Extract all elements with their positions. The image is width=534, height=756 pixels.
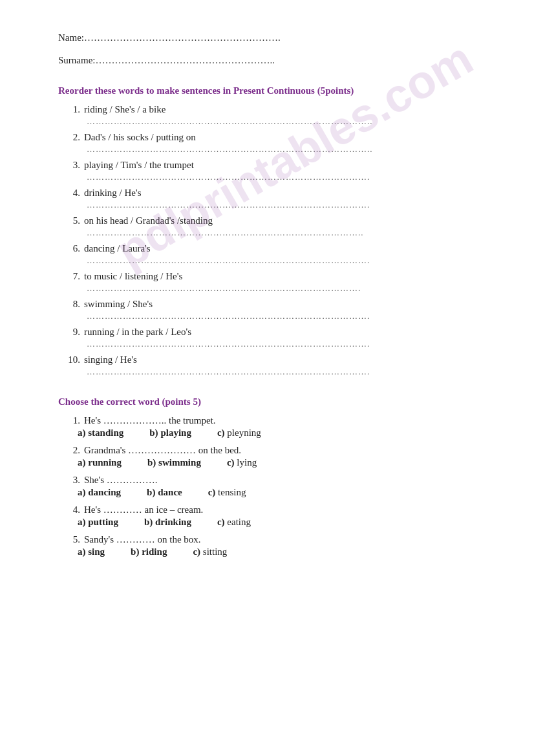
list-number: 7.	[65, 271, 80, 282]
answer-line: ………………………………………………………………………………….	[65, 255, 482, 266]
answer-line: ………………………………………………………………………………….	[65, 311, 482, 321]
list-item-text: playing / Tim's / the trumpet	[84, 160, 194, 171]
list-number: 4.	[65, 188, 80, 199]
answer-options-row: a) puttingb) drinkingc) eating	[65, 517, 482, 528]
answer-line: ……………………………………………………………………………….	[65, 283, 482, 294]
q-text: He's ………… an ice – cream.	[84, 504, 203, 515]
answer-line: ………………………………………………………………………………….	[65, 200, 482, 210]
answer-options-row: a) singb) ridingc) sitting	[65, 546, 482, 557]
answer-option: c) tensing	[208, 487, 246, 498]
name-label: Name:…………………………………………………….	[58, 32, 281, 43]
answer-option: a) dancing	[78, 487, 121, 498]
list-item: 7.to music / listening / He's………………………………	[65, 271, 482, 294]
list-item-text: singing / He's	[84, 354, 137, 365]
list-number: 1.	[65, 104, 80, 115]
answer-option: c) sitting	[193, 546, 227, 557]
q-number: 1.	[65, 415, 80, 426]
list-item: 4.drinking / He's………………………………………………………………	[65, 188, 482, 210]
surname-label: Surname:………………………………………………..	[58, 55, 275, 65]
list-item-text: swimming / She's	[84, 299, 153, 310]
answer-option: c) eating	[217, 517, 251, 528]
name-line: Name:…………………………………………………….	[58, 32, 482, 43]
list-item: 8.swimming / She's……………………………………………………………	[65, 299, 482, 321]
answer-options-row: a) runningb) swimmingc) lying	[65, 457, 482, 468]
answer-options-row: a) dancingb) dancec) tensing	[65, 487, 482, 498]
list-number: 5.	[65, 215, 80, 226]
answer-line: …………………………………………………………………………………..	[65, 144, 482, 155]
section2-title: Choose the correct word (points 5)	[58, 396, 482, 407]
answer-option: b) riding	[131, 546, 167, 557]
section2-item: 2.Grandma's ………………… on the bed.a) runnin…	[65, 445, 482, 468]
section2-list: 1.He's ……………….. the trumpet.a) standingb…	[58, 415, 482, 557]
list-item-text: on his head / Grandad's /standing	[84, 215, 213, 226]
list-item: 10.singing / He's………………………………………………………………	[65, 354, 482, 377]
list-number: 8.	[65, 299, 80, 310]
list-item: 3.playing / Tim's / the trumpet…………………………	[65, 160, 482, 182]
answer-option: a) putting	[78, 517, 118, 528]
list-item-text: running / in the park / Leo's	[84, 327, 191, 338]
section1-title: Reorder these words to make sentences in…	[58, 85, 482, 96]
list-item-text: to music / listening / He's	[84, 271, 182, 282]
answer-option: c) lying	[227, 457, 257, 468]
list-number: 2.	[65, 132, 80, 143]
list-item-text: dancing / Laura's	[84, 243, 151, 254]
answer-option: c) pleyning	[217, 427, 261, 438]
answer-option: b) drinking	[144, 517, 191, 528]
answer-line: …………………………………………………………………………………..	[65, 116, 482, 127]
answer-line: ………………………………………………………………………………….	[65, 367, 482, 377]
list-item: 2.Dad's / his socks / putting on………………………	[65, 132, 482, 155]
answer-line: ………………………………………………………………………………….	[65, 172, 482, 182]
list-number: 3.	[65, 160, 80, 171]
list-item-text: Dad's / his socks / putting on	[84, 132, 196, 143]
answer-line: ………………………………………………………………………………..	[65, 228, 482, 238]
answer-option: b) swimming	[147, 457, 201, 468]
q-number: 3.	[65, 475, 80, 486]
section1-list: 1.riding / She's / a bike…………………………………………	[58, 104, 482, 377]
q-number: 2.	[65, 445, 80, 456]
q-number: 5.	[65, 534, 80, 545]
list-item-text: drinking / He's	[84, 188, 142, 199]
answer-option: a) running	[78, 457, 122, 468]
answer-option: b) playing	[149, 427, 191, 438]
list-number: 6.	[65, 243, 80, 254]
q-text: Sandy's ………… on the box.	[84, 534, 201, 545]
section2-item: 3.She's …………….a) dancingb) dancec) tensi…	[65, 475, 482, 498]
q-number: 4.	[65, 504, 80, 515]
answer-option: a) sing	[78, 546, 105, 557]
q-text: She's …………….	[84, 475, 158, 486]
list-item: 6.dancing / Laura's…………………………………………………………	[65, 243, 482, 266]
answer-option: a) standing	[78, 427, 123, 438]
list-item: 1.riding / She's / a bike…………………………………………	[65, 104, 482, 127]
section2-item: 1.He's ……………….. the trumpet.a) standingb…	[65, 415, 482, 438]
q-text: He's ……………….. the trumpet.	[84, 415, 216, 426]
answer-option: b) dance	[147, 487, 182, 498]
answer-options-row: a) standingb) playingc) pleyning	[65, 427, 482, 438]
list-number: 10.	[65, 354, 80, 365]
answer-line: ………………………………………………………………………………….	[65, 339, 482, 349]
list-item-text: riding / She's / a bike	[84, 104, 166, 115]
q-text: Grandma's ………………… on the bed.	[84, 445, 241, 456]
surname-line: Surname:………………………………………………..	[58, 55, 482, 66]
list-item: 5.on his head / Grandad's /standing………………	[65, 215, 482, 238]
list-item: 9.running / in the park / Leo's…………………………	[65, 327, 482, 349]
section2-item: 5.Sandy's ………… on the box.a) singb) ridi…	[65, 534, 482, 557]
section2-item: 4.He's ………… an ice – cream.a) puttingb) …	[65, 504, 482, 528]
list-number: 9.	[65, 327, 80, 338]
